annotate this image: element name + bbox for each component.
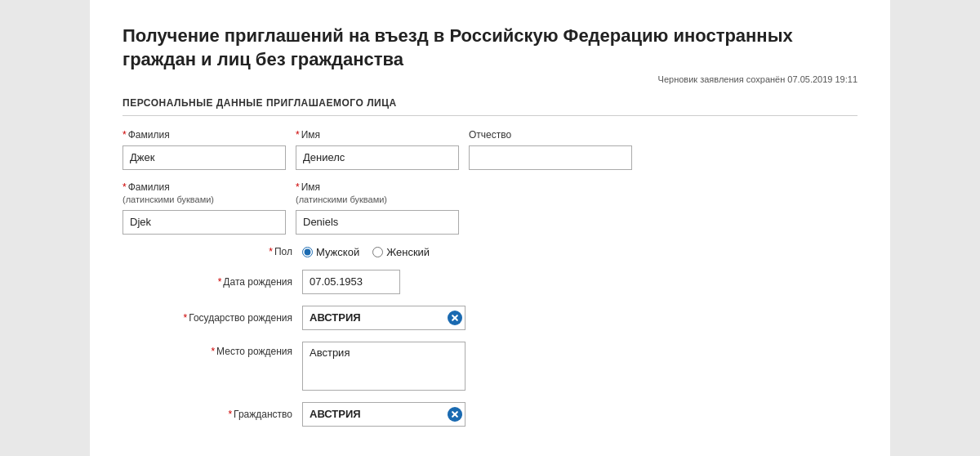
country-birth-label: *Государство рождения <box>122 312 302 324</box>
gender-label: *Пол <box>122 246 302 257</box>
required-star-6: * <box>218 276 222 288</box>
required-star: * <box>122 129 127 141</box>
first-name-latin-group: *Имя (латинскими буквами) <box>296 181 459 235</box>
country-birth-clear-button[interactable] <box>448 311 462 325</box>
draft-saved-text: Черновик заявления сохранён 07.05.2019 1… <box>122 74 858 84</box>
page-container: Получение приглашений на въезд в Российс… <box>90 0 890 456</box>
dob-input[interactable] <box>302 270 400 294</box>
gender-female-option[interactable]: Женский <box>372 246 430 258</box>
middle-name-group: Отчество <box>469 129 632 170</box>
section-title: ПЕРСОНАЛЬНЫЕ ДАННЫЕ ПРИГЛАШАЕМОГО ЛИЦА <box>122 97 858 116</box>
last-name-input[interactable] <box>122 145 286 170</box>
required-star-8: * <box>211 346 215 357</box>
first-name-label: *Имя <box>296 129 459 142</box>
required-star-5: * <box>269 246 273 257</box>
first-name-input[interactable] <box>296 145 459 170</box>
dob-label: *Дата рождения <box>122 276 302 288</box>
gender-female-label: Женский <box>386 246 430 258</box>
country-birth-wrap <box>302 306 466 330</box>
last-name-label: *Фамилия <box>122 129 286 142</box>
citizenship-clear-button[interactable] <box>448 407 462 422</box>
country-birth-input[interactable] <box>302 306 466 330</box>
name-latin-row: *Фамилия (латинскими буквами) *Имя (лати… <box>122 181 858 235</box>
first-name-latin-input[interactable] <box>296 210 459 235</box>
country-birth-row: *Государство рождения <box>122 306 858 330</box>
gender-male-option[interactable]: Мужской <box>302 246 359 258</box>
citizenship-wrap <box>302 402 466 427</box>
required-star-2: * <box>296 129 300 141</box>
page-title: Получение приглашений на въезд в Российс… <box>122 25 858 71</box>
required-star-4: * <box>296 181 300 193</box>
required-star-9: * <box>228 409 232 420</box>
last-name-latin-input[interactable] <box>122 210 286 235</box>
required-star-3: * <box>122 181 127 193</box>
citizenship-input[interactable] <box>302 402 466 427</box>
middle-name-input[interactable] <box>469 145 632 170</box>
birthplace-textarea[interactable]: Австрия <box>302 342 466 391</box>
gender-options: Мужской Женский <box>302 246 430 258</box>
middle-name-label: Отчество <box>469 129 632 142</box>
last-name-group: *Фамилия <box>122 129 286 170</box>
last-name-latin-label: *Фамилия (латинскими буквами) <box>122 181 286 207</box>
gender-female-radio[interactable] <box>372 247 383 257</box>
first-name-group: *Имя <box>296 129 459 170</box>
gender-male-label: Мужской <box>316 246 359 258</box>
birthplace-row: *Место рождения Австрия <box>122 342 858 391</box>
dob-row: *Дата рождения <box>122 270 858 294</box>
citizenship-row: *Гражданство <box>122 402 858 427</box>
gender-male-radio[interactable] <box>302 247 313 257</box>
name-row: *Фамилия *Имя Отчество <box>122 129 858 170</box>
birthplace-label: *Место рождения <box>122 342 302 357</box>
gender-row: *Пол Мужской Женский <box>122 246 858 258</box>
first-name-latin-label: *Имя (латинскими буквами) <box>296 181 459 207</box>
required-star-7: * <box>184 312 188 324</box>
last-name-latin-group: *Фамилия (латинскими буквами) <box>122 181 286 235</box>
citizenship-label: *Гражданство <box>122 409 302 420</box>
